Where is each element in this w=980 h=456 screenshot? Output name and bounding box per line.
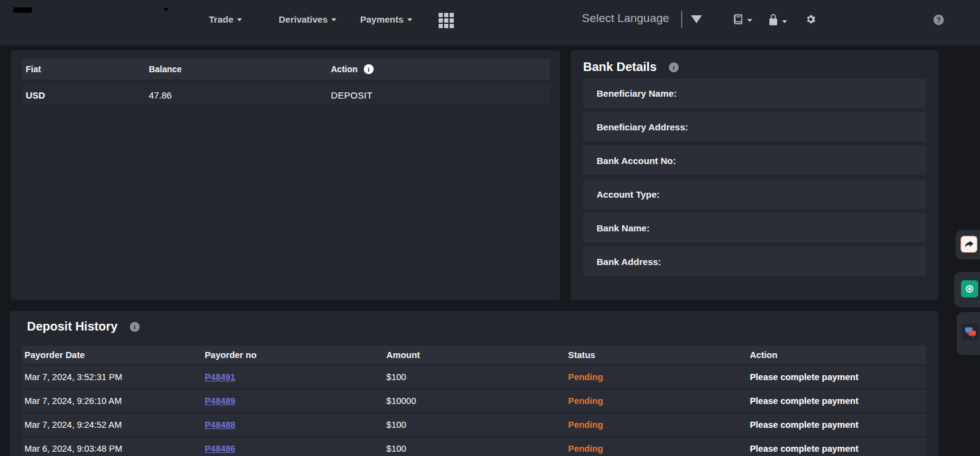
security-lock-icon[interactable]: [767, 13, 787, 26]
settings-gear-icon[interactable]: [805, 13, 816, 25]
divider: [681, 11, 682, 28]
bank-name-field: Bank Name:: [583, 213, 926, 242]
amount: $100: [386, 444, 568, 454]
logo: [13, 7, 32, 13]
payorder-link[interactable]: P48489: [205, 396, 235, 406]
bank-account-no-field: Bank Account No:: [583, 146, 926, 175]
action-text: Please complete payment: [750, 396, 926, 406]
apps-grid-icon[interactable]: [439, 13, 454, 29]
table-row: USD 47.86 DEPOSIT: [22, 84, 550, 105]
status-badge: Pending: [568, 420, 750, 430]
chevron-down-icon: [407, 18, 412, 21]
chat-bubbles-icon[interactable]: [962, 323, 979, 340]
action-col-header: Action: [750, 350, 926, 360]
nav-payments-label: Payments: [360, 14, 404, 24]
nav-payments-menu[interactable]: Payments: [360, 14, 412, 24]
payorder-date-col-header: Payorder Date: [22, 350, 205, 360]
orders-book-icon[interactable]: [733, 13, 752, 25]
payorder-link[interactable]: P48491: [205, 372, 235, 382]
share-icon[interactable]: [960, 236, 978, 253]
amount: $100: [386, 420, 568, 430]
beneficiary-address-field: Beneficiary Address:: [583, 112, 926, 141]
chevron-down-icon: [747, 19, 752, 22]
logo-mark: [164, 8, 168, 10]
amount: $100: [386, 372, 568, 382]
bank-details-title: Bank Details: [583, 60, 657, 74]
balance-col-header: Balance: [149, 64, 331, 74]
deposit-history-title: Deposit History: [27, 320, 118, 334]
fiat-balance: 47.86: [149, 90, 331, 100]
chevron-down-icon: [782, 20, 787, 23]
action-text: Please complete payment: [750, 372, 926, 382]
action-text: Please complete payment: [750, 420, 926, 430]
payorder-date: Mar 7, 2024, 9:26:10 AM: [22, 396, 205, 406]
table-row: Mar 7, 2024, 9:24:52 AM P48488 $100 Pend…: [22, 414, 926, 436]
table-row: Mar 6, 2024, 9:03:48 PM P48486 $100 Pend…: [22, 438, 926, 456]
top-nav: Trade Derivatives Payments Select Langua…: [0, 0, 980, 45]
deposit-history-panel: Deposit History i Payorder Date Payorder…: [10, 311, 938, 456]
table-row: Mar 7, 2024, 9:26:10 AM P48489 $10000 Pe…: [22, 390, 926, 412]
account-type-field: Account Type:: [583, 179, 926, 209]
status-badge: Pending: [568, 396, 750, 406]
help-icon[interactable]: ?: [933, 15, 944, 25]
fiat-balance-panel: Fiat Balance Action i USD 47.86 DEPOSIT: [11, 50, 560, 300]
deposit-history-info-icon[interactable]: i: [130, 322, 140, 332]
amount: $10000: [386, 396, 568, 406]
beneficiary-name-field: Beneficiary Name:: [583, 78, 926, 108]
nav-trade-label: Trade: [209, 14, 233, 24]
bank-address-field: Bank Address:: [583, 247, 926, 276]
status-badge: Pending: [568, 372, 750, 382]
language-selector[interactable]: Select Language: [582, 12, 669, 25]
nav-trade-menu[interactable]: Trade: [209, 14, 242, 24]
chevron-down-icon: [237, 18, 242, 21]
chatgpt-icon[interactable]: [961, 280, 978, 297]
deposit-button[interactable]: DEPOSIT: [331, 90, 372, 100]
bank-details-panel: Bank Details i Beneficiary Name: Benefic…: [571, 50, 938, 300]
nav-derivatives-label: Derivatives: [279, 14, 328, 24]
payorder-date: Mar 7, 2024, 9:24:52 AM: [22, 420, 205, 430]
amount-col-header: Amount: [386, 350, 568, 360]
action-text: Please complete payment: [750, 444, 926, 454]
payorder-date: Mar 7, 2024, 3:52:31 PM: [22, 372, 205, 382]
status-badge: Pending: [568, 444, 750, 454]
fiat-table-header: Fiat Balance Action i: [22, 59, 550, 80]
bank-details-info-icon[interactable]: i: [669, 62, 679, 72]
payorder-date: Mar 6, 2024, 9:03:48 PM: [22, 444, 205, 454]
language-dropdown-icon[interactable]: [691, 15, 702, 23]
chevron-down-icon: [331, 18, 336, 21]
deposit-table-header: Payorder Date Payorder no Amount Status …: [22, 346, 926, 364]
action-info-icon[interactable]: i: [364, 64, 374, 74]
fiat-col-header: Fiat: [22, 64, 149, 74]
payorder-link[interactable]: P48486: [205, 444, 235, 454]
action-col-header: Action: [331, 64, 358, 74]
fiat-currency: USD: [22, 90, 149, 100]
nav-derivatives-menu[interactable]: Derivatives: [279, 14, 336, 24]
payorder-link[interactable]: P48488: [205, 420, 235, 430]
table-row: Mar 7, 2024, 3:52:31 PM P48491 $100 Pend…: [22, 366, 926, 388]
status-col-header: Status: [568, 350, 750, 360]
payorder-no-col-header: Payorder no: [205, 350, 386, 360]
